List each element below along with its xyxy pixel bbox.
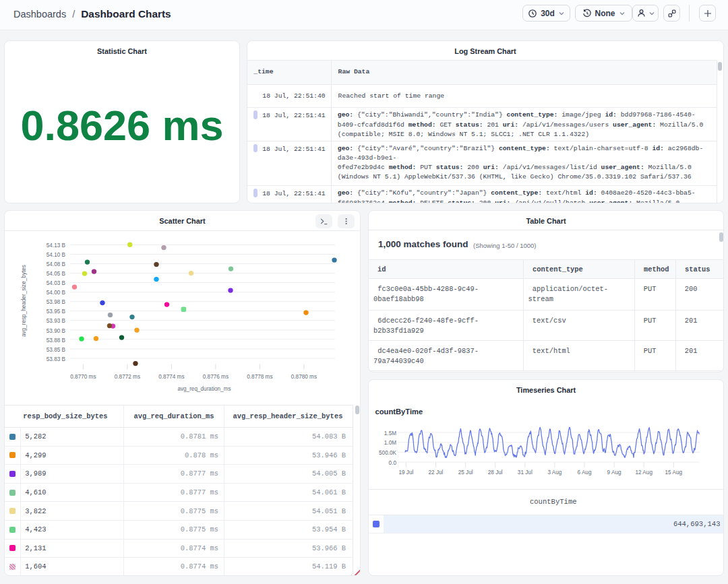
svg-text:0.8776 ms: 0.8776 ms	[203, 374, 229, 380]
svg-text:28 Jul: 28 Jul	[488, 469, 503, 475]
svg-text:500.0K: 500.0K	[379, 450, 396, 456]
svg-text:54.10 B: 54.10 B	[47, 252, 66, 258]
svg-text:1.0M: 1.0M	[384, 440, 396, 446]
svg-text:53.85 B: 53.85 B	[47, 347, 66, 353]
svg-text:0.8770 ms: 0.8770 ms	[70, 374, 96, 380]
svg-text:54.05 B: 54.05 B	[47, 271, 66, 278]
svg-text:12 Aug: 12 Aug	[635, 469, 653, 475]
svg-text:0.8772 ms: 0.8772 ms	[115, 374, 140, 380]
svg-text:54.00 B: 54.00 B	[47, 290, 66, 296]
svg-text:54.08 B: 54.08 B	[47, 261, 66, 267]
svg-text:3 Aug: 3 Aug	[547, 469, 562, 475]
svg-text:54.13 B: 54.13 B	[47, 242, 66, 249]
svg-text:6 Aug: 6 Aug	[578, 469, 592, 475]
svg-text:avg_req_duration_ms: avg_req_duration_ms	[177, 386, 231, 392]
svg-text:0.0: 0.0	[389, 459, 397, 465]
svg-text:31 Jul: 31 Jul	[518, 469, 533, 475]
svg-text:0.8780 ms: 0.8780 ms	[291, 374, 317, 380]
svg-text:9 Aug: 9 Aug	[607, 469, 621, 475]
svg-text:0.8778 ms: 0.8778 ms	[247, 374, 272, 380]
svg-text:53.98 B: 53.98 B	[47, 300, 66, 306]
svg-text:53.95 B: 53.95 B	[47, 309, 66, 315]
svg-text:53.90 B: 53.90 B	[47, 328, 66, 334]
svg-text:25 Jul: 25 Jul	[458, 469, 473, 475]
svg-text:22 Jul: 22 Jul	[429, 469, 444, 475]
svg-text:53.88 B: 53.88 B	[47, 337, 66, 344]
svg-text:avg_resp_header_size_bytes: avg_resp_header_size_bytes	[21, 265, 27, 337]
svg-text:0.8774 ms: 0.8774 ms	[158, 374, 184, 380]
svg-text:1.5M: 1.5M	[384, 430, 396, 436]
svg-text:53.83 B: 53.83 B	[47, 356, 66, 362]
svg-text:53.93 B: 53.93 B	[47, 319, 66, 325]
svg-text:54.03 B: 54.03 B	[47, 281, 66, 287]
svg-text:15 Aug: 15 Aug	[665, 469, 683, 475]
svg-text:19 Jul: 19 Jul	[398, 469, 413, 475]
